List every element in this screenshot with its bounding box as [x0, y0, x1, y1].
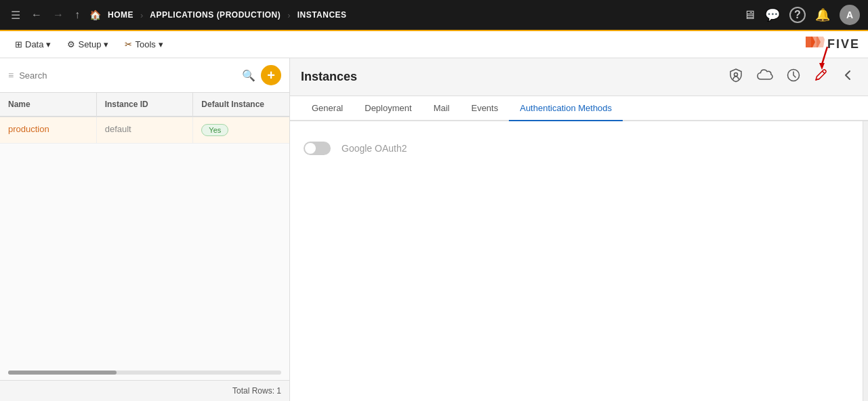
top-nav-right: 🖥 💬 ? 🔔 A — [743, 5, 860, 25]
clock-icon[interactable] — [784, 66, 803, 88]
cloud-icon[interactable] — [754, 66, 776, 88]
tab-content: Google OAuth2 — [290, 121, 863, 401]
auth-method-row: Google OAuth2 — [304, 142, 849, 155]
tabs: General Deployment Mail Events Authentic… — [290, 96, 868, 121]
tools-menu-label: Tools — [135, 39, 155, 49]
right-panel: Instances — [290, 58, 868, 401]
filter-icon: ≡ — [8, 70, 14, 81]
svg-point-3 — [735, 73, 738, 77]
menu-icon[interactable]: ☰ — [8, 6, 23, 24]
tools-chevron-icon: ▾ — [159, 39, 163, 49]
svg-marker-2 — [817, 37, 825, 47]
home-icon: 🏠 — [89, 9, 101, 20]
search-input[interactable] — [19, 70, 236, 81]
cell-name: production — [0, 117, 97, 143]
table-footer: Total Rows: 1 — [0, 380, 289, 401]
col-default-instance: Default Instance — [193, 93, 289, 116]
total-rows-label: Total Rows: 1 — [232, 386, 281, 396]
main-layout: ≡ 🔍 + Name Instance ID Default Instance … — [0, 58, 868, 401]
panel-header: Instances — [290, 58, 868, 96]
right-panel-content-area: Google OAuth2 — [290, 121, 868, 401]
scrollbar-thumb[interactable] — [8, 371, 117, 375]
google-oauth2-label: Google OAuth2 — [342, 143, 407, 154]
badge-yes: Yes — [201, 124, 228, 136]
gear-icon: ⚙ — [67, 39, 75, 49]
tab-authentication-methods[interactable]: Authentication Methods — [509, 96, 623, 121]
data-chevron-icon: ▾ — [46, 39, 51, 49]
breadcrumb-sep-1: › — [140, 10, 143, 20]
search-icon[interactable]: 🔍 — [242, 69, 255, 82]
data-menu[interactable]: ⊞ Data ▾ — [8, 35, 58, 54]
chat-icon[interactable]: 💬 — [765, 7, 780, 22]
five-logo: FIVE — [806, 37, 860, 53]
google-oauth2-toggle[interactable] — [304, 142, 331, 155]
tab-events[interactable]: Events — [460, 96, 509, 121]
monitor-icon[interactable]: 🖥 — [743, 8, 756, 22]
table-body: production default Yes — [0, 117, 289, 365]
tab-mail[interactable]: Mail — [423, 96, 461, 121]
setup-menu-label: Setup — [78, 39, 101, 49]
forward-icon[interactable]: → — [50, 6, 66, 24]
nav-applications[interactable]: APPLICATIONS (PRODUCTION) — [150, 10, 281, 20]
panel-title: Instances — [301, 70, 726, 84]
five-logo-icon — [806, 37, 825, 53]
setup-menu[interactable]: ⚙ Setup ▾ — [60, 35, 115, 54]
data-icon: ⊞ — [15, 39, 22, 49]
tab-deployment[interactable]: Deployment — [354, 96, 422, 121]
menu-bar: ⊞ Data ▾ ⚙ Setup ▾ ✂ Tools ▾ FIVE — [0, 31, 868, 58]
nav-home[interactable]: HOME — [108, 10, 133, 20]
col-name: Name — [0, 93, 97, 116]
table-row[interactable]: production default Yes — [0, 117, 289, 144]
back-arrow-icon[interactable] — [838, 66, 857, 88]
back-icon[interactable]: ← — [28, 6, 45, 24]
left-panel: ≡ 🔍 + Name Instance ID Default Instance … — [0, 58, 290, 401]
tools-menu[interactable]: ✂ Tools ▾ — [118, 35, 169, 54]
cell-instance-id: default — [97, 117, 194, 143]
right-scrollbar[interactable] — [863, 121, 868, 401]
add-button[interactable]: + — [261, 65, 281, 85]
svg-line-5 — [823, 71, 825, 74]
shield-icon[interactable] — [726, 65, 746, 89]
up-icon[interactable]: ↑ — [72, 6, 83, 24]
setup-chevron-icon: ▾ — [104, 39, 108, 49]
col-instance-id: Instance ID — [97, 93, 194, 116]
search-bar: ≡ 🔍 + — [0, 58, 289, 93]
nav-instances[interactable]: INSTANCES — [297, 10, 347, 20]
notifications-icon[interactable]: 🔔 — [815, 7, 830, 22]
breadcrumb-sep-2: › — [287, 10, 290, 20]
avatar[interactable]: A — [840, 5, 860, 25]
data-menu-label: Data — [25, 39, 43, 49]
edit-icon[interactable] — [811, 66, 830, 88]
tools-icon: ✂ — [125, 39, 132, 49]
tab-general[interactable]: General — [301, 96, 354, 121]
help-icon[interactable]: ? — [789, 7, 806, 23]
top-nav: ☰ ← → ↑ 🏠 HOME › APPLICATIONS (PRODUCTIO… — [0, 0, 868, 31]
cell-default-instance: Yes — [193, 117, 289, 143]
table-header: Name Instance ID Default Instance — [0, 93, 289, 117]
scrollbar-track — [8, 371, 281, 375]
panel-actions — [726, 65, 857, 89]
